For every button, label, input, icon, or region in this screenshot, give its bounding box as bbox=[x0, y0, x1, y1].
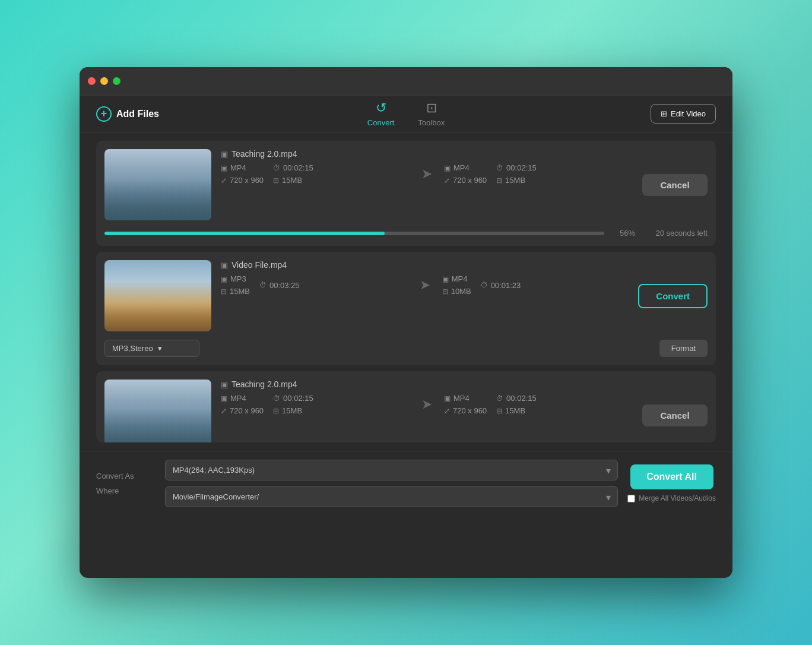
header: + Add Files ↺ Convert ⊡ Toolbox ⊞ Edit V… bbox=[80, 96, 732, 132]
source-meta-1: ▣ MP4 ⤢ 720 x 960 ⏱ bbox=[221, 163, 410, 185]
format-select-input-2[interactable]: MP3,Stereo bbox=[112, 344, 153, 353]
file-title-3: ▣ Teaching 2.0.mp4 bbox=[221, 380, 633, 389]
thumbnail-2 bbox=[104, 260, 211, 331]
output-time-col-3: ⏱ 00:02:15 ⊟ 15MB bbox=[496, 394, 537, 415]
source-format-value-3: MP4 bbox=[230, 394, 246, 403]
file-card-2-main: ▣ Video File.mp4 ▣ MP3 ⊟ bbox=[96, 252, 716, 340]
resolution-icon-1: ⤢ bbox=[221, 176, 227, 185]
output-format-value-1: MP4 bbox=[453, 163, 470, 172]
minimize-dot[interactable] bbox=[100, 77, 108, 85]
convert-button-2[interactable]: Convert bbox=[638, 284, 708, 308]
output-resolution-3: ⤢ 720 x 960 bbox=[444, 406, 487, 415]
source-meta-3: ▣ MP4 ⤢ 720 x 960 ⏱ bbox=[221, 394, 410, 415]
thumb-museum-3 bbox=[104, 380, 211, 442]
arrow-icon-3: ➤ bbox=[410, 397, 444, 412]
source-duration-value-2: 00:03:25 bbox=[269, 281, 300, 290]
format-button-2[interactable]: Format bbox=[659, 340, 708, 357]
format-row-2: MP3,Stereo ▾ Format bbox=[96, 340, 716, 365]
progress-bar-fill-1 bbox=[104, 232, 385, 235]
duration-icon-2: ⏱ bbox=[259, 281, 267, 289]
progress-row-1: 56% 20 seconds left bbox=[96, 229, 716, 246]
bottom-bar: Convert As Where MP4(264; AAC,193Kps) ▾ … bbox=[80, 451, 732, 516]
source-resolution-1: ⤢ 720 x 960 bbox=[221, 176, 264, 185]
output-format-2: ▣ MP4 bbox=[442, 274, 471, 283]
merge-label: Merge All Videos/Audios bbox=[639, 494, 716, 502]
convert-as-select[interactable]: MP4(264; AAC,193Kps) bbox=[165, 460, 618, 480]
close-dot[interactable] bbox=[88, 77, 96, 85]
file-name-1: Teaching 2.0.mp4 bbox=[231, 149, 297, 159]
convert-all-button[interactable]: Convert All bbox=[630, 464, 713, 489]
size-icon-3: ⊟ bbox=[273, 407, 279, 415]
cancel-button-1[interactable]: Cancel bbox=[642, 174, 708, 196]
source-duration-2: ⏱ 00:03:25 bbox=[259, 281, 300, 290]
convert-as-select-wrap: MP4(264; AAC,193Kps) ▾ bbox=[165, 460, 618, 480]
file-name-3: Teaching 2.0.mp4 bbox=[231, 380, 297, 389]
source-time-col-3: ⏱ 00:02:15 ⊟ 15MB bbox=[273, 394, 313, 415]
convert-icon: ↺ bbox=[376, 100, 386, 116]
cancel-button-3[interactable]: Cancel bbox=[642, 404, 708, 426]
tab-convert[interactable]: ↺ Convert bbox=[367, 100, 395, 127]
source-resolution-3: ⤢ 720 x 960 bbox=[221, 406, 264, 415]
edit-video-button[interactable]: ⊞ Edit Video bbox=[651, 104, 716, 124]
file-card-1-main: ▣ Teaching 2.0.mp4 ▣ MP4 ⤢ bbox=[96, 141, 716, 229]
format-icon-3: ▣ bbox=[221, 394, 227, 403]
tab-toolbox-label: Toolbox bbox=[418, 118, 445, 127]
file-card-3: ▣ Teaching 2.0.mp4 ▣ MP4 ⤢ bbox=[96, 371, 716, 442]
format-icon-2: ▣ bbox=[221, 275, 227, 283]
file-icon-1: ▣ bbox=[221, 150, 228, 159]
output-format-value-3: MP4 bbox=[453, 394, 470, 403]
toolbox-icon: ⊡ bbox=[426, 100, 437, 116]
output-meta-1: ▣ MP4 ⤢ 720 x 960 ⏱ bbox=[444, 163, 633, 185]
out-format-icon-2: ▣ bbox=[442, 275, 449, 283]
where-select[interactable]: Movie/FilmageConverter/ bbox=[165, 486, 618, 507]
source-size-3: ⊟ 15MB bbox=[273, 406, 313, 415]
file-title-2: ▣ Video File.mp4 bbox=[221, 260, 629, 270]
size-icon-1: ⊟ bbox=[273, 176, 279, 185]
output-col-2: ▣ MP4 ⊟ 10MB bbox=[442, 274, 471, 296]
add-files-button[interactable]: + Add Files bbox=[96, 106, 159, 122]
source-duration-value-1: 00:02:15 bbox=[283, 163, 313, 172]
source-size-1: ⊟ 15MB bbox=[273, 176, 313, 185]
out-dur-icon-1: ⏱ bbox=[496, 164, 503, 172]
format-select-2[interactable]: MP3,Stereo ▾ bbox=[104, 340, 199, 357]
merge-checkbox[interactable] bbox=[627, 495, 635, 502]
bottom-labels: Convert As Where bbox=[96, 472, 156, 495]
output-size-1: ⊟ 15MB bbox=[496, 176, 537, 185]
chevron-down-icon-2: ▾ bbox=[158, 344, 162, 353]
output-size-value-1: 15MB bbox=[505, 176, 525, 185]
out-size-icon-3: ⊟ bbox=[496, 407, 502, 415]
tab-toolbox[interactable]: ⊡ Toolbox bbox=[418, 100, 445, 127]
output-resolution-1: ⤢ 720 x 960 bbox=[444, 176, 487, 185]
file-name-2: Video File.mp4 bbox=[231, 260, 287, 270]
out-dur-icon-3: ⏱ bbox=[496, 394, 503, 403]
output-resolution-value-1: 720 x 960 bbox=[453, 176, 487, 185]
file-icon-3: ▣ bbox=[221, 380, 228, 389]
source-format-3: ▣ MP4 bbox=[221, 394, 264, 403]
output-time-col-1: ⏱ 00:02:15 ⊟ 15MB bbox=[496, 163, 537, 185]
source-format-value-1: MP4 bbox=[230, 163, 246, 172]
source-format-2: ▣ MP3 bbox=[221, 274, 250, 283]
where-select-wrap: Movie/FilmageConverter/ ▾ bbox=[165, 486, 618, 507]
file-card-2: ▣ Video File.mp4 ▣ MP3 ⊟ bbox=[96, 252, 716, 365]
file-icon-2: ▣ bbox=[221, 261, 228, 270]
output-duration-3: ⏱ 00:02:15 bbox=[496, 394, 537, 403]
file-meta-row-3: ▣ MP4 ⤢ 720 x 960 ⏱ bbox=[221, 394, 633, 415]
format-icon-1: ▣ bbox=[221, 164, 227, 172]
output-meta-2: ▣ MP4 ⊟ 10MB ⏱ bbox=[442, 274, 629, 296]
res-icon-3: ⤢ bbox=[221, 407, 227, 415]
source-size-value-2: 15MB bbox=[230, 287, 250, 296]
out-res-icon-3: ⤢ bbox=[444, 407, 450, 415]
maximize-dot[interactable] bbox=[113, 77, 120, 85]
edit-video-icon: ⊞ bbox=[661, 109, 667, 118]
file-meta-row-2: ▣ MP3 ⊟ 15MB ⏱ bbox=[221, 274, 629, 296]
output-size-value-2: 10MB bbox=[451, 287, 471, 296]
file-card-3-main: ▣ Teaching 2.0.mp4 ▣ MP4 ⤢ bbox=[96, 371, 716, 442]
output-col-3: ▣ MP4 ⤢ 720 x 960 bbox=[444, 394, 487, 415]
output-time-col-2: ⏱ 00:01:23 bbox=[481, 281, 521, 290]
thumb-museum-1 bbox=[104, 149, 211, 220]
merge-check[interactable]: Merge All Videos/Audios bbox=[627, 494, 716, 502]
output-format-3: ▣ MP4 bbox=[444, 394, 487, 403]
output-format-value-2: MP4 bbox=[452, 274, 468, 283]
output-col-1: ▣ MP4 ⤢ 720 x 960 bbox=[444, 163, 487, 185]
add-files-label: Add Files bbox=[116, 109, 159, 119]
